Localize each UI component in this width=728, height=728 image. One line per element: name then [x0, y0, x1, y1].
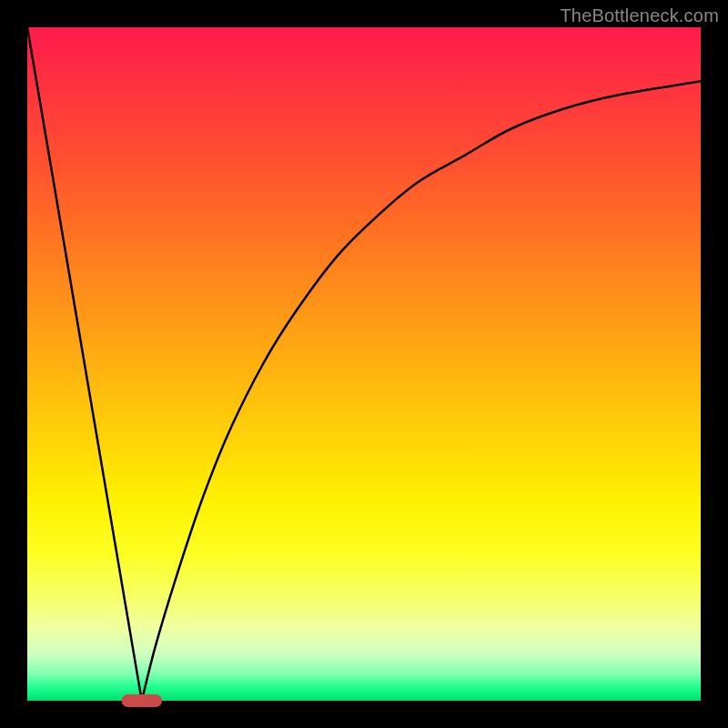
curve-left-branch — [27, 27, 142, 701]
curve-layer — [27, 27, 701, 701]
watermark-text: TheBottleneck.com — [560, 5, 719, 26]
curve-right-branch — [142, 81, 701, 701]
minimum-marker — [122, 694, 162, 707]
plot-area — [27, 27, 701, 701]
chart-frame: TheBottleneck.com — [0, 0, 728, 728]
